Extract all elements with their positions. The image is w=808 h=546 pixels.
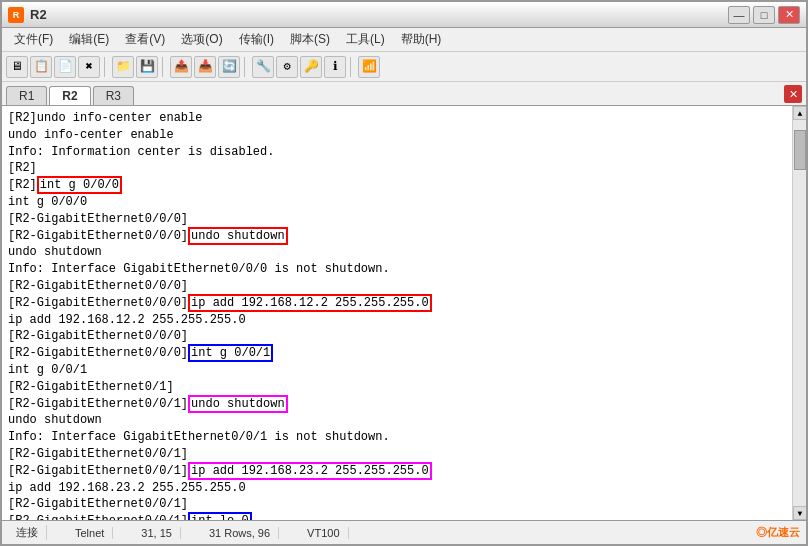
line-8: undo shutdown [8,244,786,261]
line-15: int g 0/0/1 [8,362,786,379]
toolbar-sep-4 [350,57,354,77]
toolbar-sep-3 [244,57,248,77]
line-10: [R2-GigabitEthernet0/0/0] [8,278,786,295]
tabs-bar: R1 R2 R3 ✕ [2,82,806,106]
line-13: [R2-GigabitEthernet0/0/0] [8,328,786,345]
highlight-int-lo-0: int lo 0 [188,512,252,520]
line-22: ip add 192.168.23.2 255.255.255.0 [8,480,786,497]
line-9: Info: Interface GigabitEthernet0/0/0 is … [8,261,786,278]
toolbar-btn-9[interactable]: 🔄 [218,56,240,78]
toolbar-sep-1 [104,57,108,77]
line-0: [R2]undo info-center enable [8,110,786,127]
toolbar-btn-7[interactable]: 📤 [170,56,192,78]
line-23: [R2-GigabitEthernet0/0/1] [8,496,786,513]
line-7: [R2-GigabitEthernet0/0/0]undo shutdown [8,228,786,245]
window-title: R2 [30,7,47,22]
line-16: [R2-GigabitEthernet0/1] [8,379,786,396]
line-3: [R2] [8,160,786,177]
toolbar-btn-14[interactable]: 📶 [358,56,380,78]
maximize-button[interactable]: □ [753,6,775,24]
terminal-container: [R2]undo info-center enable undo info-ce… [2,106,806,520]
highlight-int-g-0/0/1: int g 0/0/1 [188,344,273,362]
status-position: 31, 15 [133,527,181,539]
title-controls: — □ ✕ [728,6,800,24]
line-14: [R2-GigabitEthernet0/0/0]int g 0/0/1 [8,345,786,362]
menu-bar: 文件(F) 编辑(E) 查看(V) 选项(O) 传输(I) 脚本(S) 工具(L… [2,28,806,52]
title-bar-left: R R2 [8,7,47,23]
toolbar-btn-10[interactable]: 🔧 [252,56,274,78]
line-21: [R2-GigabitEthernet0/0/1]ip add 192.168.… [8,463,786,480]
status-connection: 连接 [8,525,47,540]
toolbar-btn-5[interactable]: 📁 [112,56,134,78]
tab-r2[interactable]: R2 [49,86,90,105]
close-button[interactable]: ✕ [778,6,800,24]
line-11: [R2-GigabitEthernet0/0/0]ip add 192.168.… [8,295,786,312]
status-terminal-type: VT100 [299,527,348,539]
line-24: [R2-GigabitEthernet0/0/1]int lo 0 [8,513,786,520]
line-2: Info: Information center is disabled. [8,144,786,161]
highlight-ip-add-1: ip add 192.168.12.2 255.255.255.0 [188,294,432,312]
scroll-track[interactable] [793,120,806,506]
line-20: [R2-GigabitEthernet0/0/1] [8,446,786,463]
toolbar-btn-8[interactable]: 📥 [194,56,216,78]
toolbar-btn-1[interactable]: 🖥 [6,56,28,78]
tabs-row: R1 R2 R3 ✕ [6,85,802,105]
line-18: undo shutdown [8,412,786,429]
tab-close-button[interactable]: ✕ [784,85,802,103]
yisu-logo: ◎亿速云 [756,525,800,540]
status-dimensions: 31 Rows, 96 [201,527,279,539]
highlight-ip-add-2: ip add 192.168.23.2 255.255.255.0 [188,462,432,480]
toolbar-btn-4[interactable]: ✖ [78,56,100,78]
menu-transfer[interactable]: 传输(I) [231,29,282,50]
menu-script[interactable]: 脚本(S) [282,29,338,50]
line-17: [R2-GigabitEthernet0/0/1]undo shutdown [8,396,786,413]
app-icon: R [8,7,24,23]
menu-edit[interactable]: 编辑(E) [61,29,117,50]
toolbar-btn-2[interactable]: 📋 [30,56,52,78]
menu-file[interactable]: 文件(F) [6,29,61,50]
scrollbar: ▲ ▼ [792,106,806,520]
scroll-thumb[interactable] [794,130,806,170]
line-19: Info: Interface GigabitEthernet0/0/1 is … [8,429,786,446]
line-5: int g 0/0/0 [8,194,786,211]
toolbar: 🖥 📋 📄 ✖ 📁 💾 📤 📥 🔄 🔧 ⚙ 🔑 ℹ 📶 [2,52,806,82]
highlight-undo-shutdown-2: undo shutdown [188,395,288,413]
highlight-undo-shutdown-1: undo shutdown [188,227,288,245]
scroll-down-button[interactable]: ▼ [793,506,806,520]
menu-view[interactable]: 查看(V) [117,29,173,50]
toolbar-btn-12[interactable]: 🔑 [300,56,322,78]
toolbar-btn-11[interactable]: ⚙ [276,56,298,78]
terminal-output[interactable]: [R2]undo info-center enable undo info-ce… [2,106,792,520]
main-window: R R2 — □ ✕ 文件(F) 编辑(E) 查看(V) 选项(O) 传输(I)… [0,0,808,546]
toolbar-btn-6[interactable]: 💾 [136,56,158,78]
toolbar-sep-2 [162,57,166,77]
toolbar-btn-3[interactable]: 📄 [54,56,76,78]
highlight-int-g-0/0/0: int g 0/0/0 [37,176,122,194]
scroll-up-button[interactable]: ▲ [793,106,806,120]
menu-options[interactable]: 选项(O) [173,29,230,50]
minimize-button[interactable]: — [728,6,750,24]
line-1: undo info-center enable [8,127,786,144]
line-12: ip add 192.168.12.2 255.255.255.0 [8,312,786,329]
menu-help[interactable]: 帮助(H) [393,29,450,50]
line-4: [R2]int g 0/0/0 [8,177,786,194]
status-protocol: Telnet [67,527,113,539]
status-bar: 连接 Telnet 31, 15 31 Rows, 96 VT100 ◎亿速云 [2,520,806,544]
menu-tools[interactable]: 工具(L) [338,29,393,50]
line-6: [R2-GigabitEthernet0/0/0] [8,211,786,228]
title-bar: R R2 — □ ✕ [2,2,806,28]
tab-r1[interactable]: R1 [6,86,47,105]
tab-r3[interactable]: R3 [93,86,134,105]
toolbar-btn-13[interactable]: ℹ [324,56,346,78]
